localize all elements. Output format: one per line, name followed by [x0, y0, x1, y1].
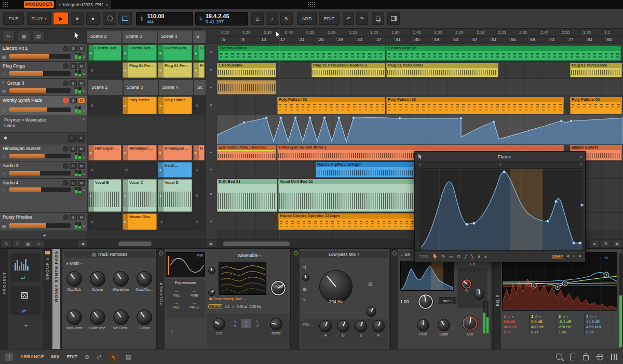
remote-knob[interactable]	[137, 309, 152, 325]
glide-knob[interactable]	[438, 319, 450, 331]
lfo-icon[interactable]: ∿	[303, 297, 307, 302]
index-knob[interactable]	[270, 280, 286, 296]
launcher-clip[interactable]: ▶Himalayan ...	[158, 145, 192, 160]
duplicate-button[interactable]	[372, 12, 384, 25]
modwheel-display[interactable]: MW	[166, 252, 205, 277]
lowpass-header[interactable]: Low-pass MG▾	[300, 251, 388, 258]
clip-play-icon[interactable]: ▶	[123, 62, 128, 78]
stop-all-icon[interactable]: ■	[210, 192, 212, 195]
feg-badge[interactable]: FEG →	[303, 323, 314, 327]
remote-knob-cell[interactable]: Output	[132, 308, 156, 347]
volume-fader[interactable]	[9, 54, 71, 59]
mute-button[interactable]: M	[78, 180, 85, 186]
detune-hz-value[interactable]: 0.00 Hz	[250, 305, 261, 308]
play-button[interactable]: ▶	[53, 12, 69, 25]
project-panel-tab[interactable]: PROJECT	[0, 249, 8, 349]
band-shape-icon[interactable]: ◇	[535, 314, 538, 319]
band-gain[interactable]: -5.1 dB	[559, 319, 583, 325]
automation-curve[interactable]	[217, 115, 623, 144]
sub-knob[interactable]	[213, 318, 225, 330]
group-scene-header[interactable]: Scene 2	[88, 80, 123, 95]
fx-route-icon[interactable]: ⇄	[476, 288, 480, 293]
volume-fader[interactable]	[9, 71, 71, 76]
layout-button[interactable]	[387, 12, 400, 25]
arranger-clip-electro-beat-01[interactable]: Electro Beat 01	[218, 46, 385, 61]
launcher-filter-icon[interactable]: ≡▾	[2, 31, 15, 42]
band-q[interactable]: 1.09	[559, 330, 583, 335]
arm-button[interactable]	[63, 163, 69, 169]
adsr-knob[interactable]	[337, 320, 349, 332]
tempo-display[interactable]: ⇕ 110.004/4	[136, 12, 193, 25]
power-icon[interactable]	[294, 251, 298, 255]
add-button[interactable]: ADD	[297, 12, 317, 25]
arranger-clip-electro-beat-02[interactable]: Electro Beat 02	[386, 46, 621, 61]
drive-icon[interactable]: ▤	[368, 281, 373, 287]
expression-slot[interactable]: → VEL	[168, 287, 185, 299]
package-icon[interactable]	[583, 355, 589, 360]
track-row-plug-finga[interactable]: Plug Finga S M ∿ ≡	[0, 62, 87, 79]
close-lane-button[interactable]: ×	[77, 134, 85, 142]
arrange-view-button[interactable]: ARRANGE	[20, 354, 44, 359]
edit-view-button[interactable]: EDIT	[67, 354, 78, 359]
env-length-value[interactable]: 1.00	[400, 299, 409, 304]
sub-octave-option[interactable]: ∿-1	[241, 319, 251, 328]
file-menu-button[interactable]: FILE	[3, 12, 24, 25]
mixer-meters-icon[interactable]: ▤	[126, 354, 131, 360]
band-menu-icon[interactable]: ▾	[567, 315, 568, 318]
stop-all-icon[interactable]: ■	[210, 86, 212, 89]
scene-header[interactable]: Scene 2	[87, 31, 121, 43]
band-shape-icon[interactable]: ◇	[507, 314, 510, 319]
project-tab[interactable]: ▸ Integrated2023_PRO ×	[56, 0, 111, 9]
detune-st-value[interactable]: 0.00 st	[237, 305, 247, 308]
stop-all-icon[interactable]: ■	[210, 168, 212, 171]
arranger-clip-plug-bounce[interactable]: Plug 01 Percussive-bounce-1	[312, 63, 385, 77]
track-row-electro-kit-1[interactable]: Electro Kit 1 S M ▦ ≡	[0, 44, 87, 62]
clip-play-icon[interactable]: ▶	[158, 145, 164, 160]
loop-button[interactable]: ↻	[280, 12, 293, 25]
arm-button[interactable]	[63, 214, 69, 220]
wavetable-selector[interactable]: Wavetable ▾	[207, 253, 291, 258]
solo-button[interactable]: S	[70, 63, 77, 69]
remote-knob[interactable]	[113, 271, 129, 287]
launcher-clip[interactable]: ▶Pl	[193, 62, 205, 78]
launcher-slot-empty[interactable]	[123, 162, 157, 178]
launcher-clip[interactable]: ▶Electro Bea...	[123, 45, 157, 61]
adsr-knob-cell[interactable]: D	[337, 320, 349, 337]
volume-fader[interactable]	[9, 107, 71, 112]
flame-next-page-icon[interactable]: ▶	[581, 203, 584, 207]
adsr-knob[interactable]	[372, 320, 385, 332]
clip-play-icon[interactable]: ▶	[158, 97, 164, 114]
flame-canvas[interactable]	[419, 169, 582, 251]
spread-icon[interactable]: ⇅	[303, 265, 307, 270]
band-q[interactable]: 0.36	[586, 330, 610, 335]
clip-play-icon[interactable]: ▶	[123, 45, 128, 61]
mute-button[interactable]: M	[78, 80, 85, 86]
info-icon[interactable]: i	[5, 353, 13, 361]
band-freq[interactable]: 400 Hz	[531, 325, 555, 330]
arranger-clip-drift-bed[interactable]: Drift Bed 01	[217, 179, 277, 212]
track-menu-icon[interactable]: ≡	[83, 109, 85, 113]
modulators-icon[interactable]: ✱	[4, 136, 8, 141]
launcher-clip[interactable]: ▶Plug 01 Per...	[123, 62, 157, 78]
clip-play-icon[interactable]: ▶	[158, 162, 164, 178]
wt-detune-knob[interactable]	[208, 289, 215, 296]
volume-fader[interactable]	[9, 88, 71, 93]
remote-knob[interactable]	[90, 271, 105, 287]
track-menu-icon[interactable]: ≡	[83, 172, 85, 177]
arm-button[interactable]	[63, 63, 69, 69]
zoom-horizontal-icon[interactable]: ⇄	[590, 240, 599, 247]
expression-slot[interactable]: → TIMB	[185, 287, 203, 299]
volume-fader[interactable]	[9, 171, 71, 176]
arranger-clip-group-summary[interactable]	[217, 80, 276, 95]
band-menu-icon[interactable]: ▾	[539, 315, 541, 318]
flame-ruler[interactable]: 012	[419, 163, 582, 169]
arm-button[interactable]	[63, 180, 69, 186]
remote-knob[interactable]	[90, 309, 105, 325]
launcher-clip[interactable]: ▶Poly Patter...	[158, 97, 192, 114]
solo-button[interactable]: S	[70, 80, 77, 86]
groove-button[interactable]	[103, 12, 116, 25]
clip-play-icon[interactable]: ▶	[158, 62, 164, 78]
pencil-tool-icon[interactable]: ✎	[441, 254, 445, 259]
clip-play-icon[interactable]: ▶	[158, 45, 164, 61]
remote-knob[interactable]	[137, 271, 152, 287]
